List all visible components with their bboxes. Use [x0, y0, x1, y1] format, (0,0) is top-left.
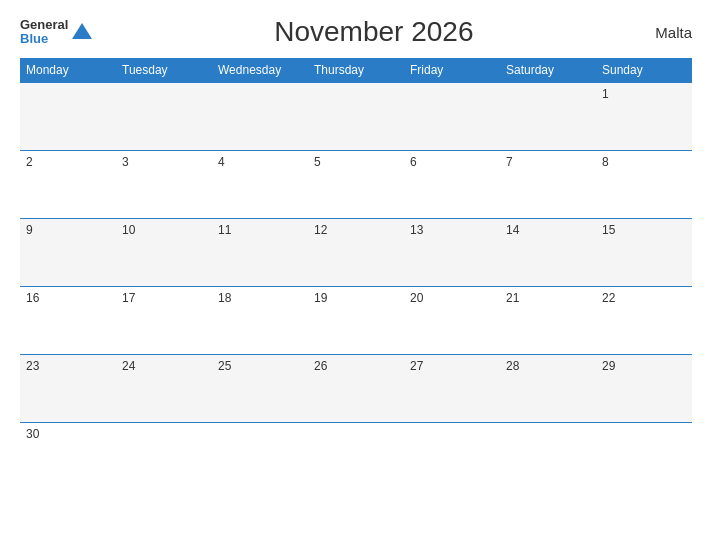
day-number: 3: [122, 155, 129, 169]
calendar-cell: [500, 423, 596, 491]
calendar-cell: 30: [20, 423, 116, 491]
day-number: 8: [602, 155, 609, 169]
calendar-cell: 15: [596, 219, 692, 287]
weekday-header-wednesday: Wednesday: [212, 58, 308, 83]
calendar-cell: 29: [596, 355, 692, 423]
weekday-header-tuesday: Tuesday: [116, 58, 212, 83]
calendar-cell: 23: [20, 355, 116, 423]
calendar-cell: 16: [20, 287, 116, 355]
calendar-cell: 28: [500, 355, 596, 423]
day-number: 6: [410, 155, 417, 169]
day-number: 28: [506, 359, 519, 373]
calendar-cell: 14: [500, 219, 596, 287]
day-number: 23: [26, 359, 39, 373]
day-number: 27: [410, 359, 423, 373]
calendar-cell: [500, 83, 596, 151]
calendar-cell: 17: [116, 287, 212, 355]
calendar-cell: 5: [308, 151, 404, 219]
weekday-header-thursday: Thursday: [308, 58, 404, 83]
day-number: 12: [314, 223, 327, 237]
calendar-cell: 13: [404, 219, 500, 287]
day-number: 15: [602, 223, 615, 237]
day-number: 18: [218, 291, 231, 305]
calendar-header: General Blue November 2026 Malta: [20, 16, 692, 48]
calendar-cell: 20: [404, 287, 500, 355]
logo: General Blue: [20, 18, 92, 47]
calendar-grid: MondayTuesdayWednesdayThursdayFridaySatu…: [20, 58, 692, 491]
day-number: 19: [314, 291, 327, 305]
day-number: 20: [410, 291, 423, 305]
calendar-cell: 26: [308, 355, 404, 423]
calendar-cell: 10: [116, 219, 212, 287]
logo-triangle-icon: [72, 23, 92, 39]
calendar-cell: 25: [212, 355, 308, 423]
day-number: 29: [602, 359, 615, 373]
day-number: 5: [314, 155, 321, 169]
calendar-cell: [212, 83, 308, 151]
calendar-cell: [308, 423, 404, 491]
calendar-cell: 22: [596, 287, 692, 355]
calendar-title: November 2026: [274, 16, 473, 48]
day-number: 2: [26, 155, 33, 169]
day-number: 24: [122, 359, 135, 373]
day-number: 14: [506, 223, 519, 237]
day-number: 9: [26, 223, 33, 237]
calendar-cell: [116, 423, 212, 491]
country-label: Malta: [655, 24, 692, 41]
day-number: 30: [26, 427, 39, 441]
calendar-cell: [116, 83, 212, 151]
weekday-header-sunday: Sunday: [596, 58, 692, 83]
day-number: 21: [506, 291, 519, 305]
calendar-cell: 11: [212, 219, 308, 287]
calendar-cell: 21: [500, 287, 596, 355]
calendar-cell: [404, 83, 500, 151]
day-number: 22: [602, 291, 615, 305]
calendar-cell: 9: [20, 219, 116, 287]
day-number: 13: [410, 223, 423, 237]
calendar-container: General Blue November 2026 Malta MondayT…: [0, 0, 712, 550]
day-number: 11: [218, 223, 231, 237]
calendar-cell: 7: [500, 151, 596, 219]
weekday-header-saturday: Saturday: [500, 58, 596, 83]
calendar-cell: 24: [116, 355, 212, 423]
day-number: 10: [122, 223, 135, 237]
weekday-header-monday: Monday: [20, 58, 116, 83]
day-number: 25: [218, 359, 231, 373]
calendar-cell: [212, 423, 308, 491]
calendar-cell: 19: [308, 287, 404, 355]
calendar-cell: 2: [20, 151, 116, 219]
calendar-header-row: MondayTuesdayWednesdayThursdayFridaySatu…: [20, 58, 692, 83]
calendar-cell: [404, 423, 500, 491]
calendar-cell: 12: [308, 219, 404, 287]
calendar-cell: [596, 423, 692, 491]
logo-blue-text: Blue: [20, 32, 68, 46]
calendar-cell: [20, 83, 116, 151]
day-number: 26: [314, 359, 327, 373]
calendar-cell: 6: [404, 151, 500, 219]
logo-general-text: General: [20, 18, 68, 32]
calendar-cell: 27: [404, 355, 500, 423]
calendar-cell: 18: [212, 287, 308, 355]
day-number: 4: [218, 155, 225, 169]
calendar-cell: 8: [596, 151, 692, 219]
day-number: 17: [122, 291, 135, 305]
calendar-cell: 4: [212, 151, 308, 219]
weekday-header-friday: Friday: [404, 58, 500, 83]
calendar-cell: [308, 83, 404, 151]
day-number: 16: [26, 291, 39, 305]
calendar-cell: 3: [116, 151, 212, 219]
day-number: 7: [506, 155, 513, 169]
calendar-cell: 1: [596, 83, 692, 151]
day-number: 1: [602, 87, 609, 101]
